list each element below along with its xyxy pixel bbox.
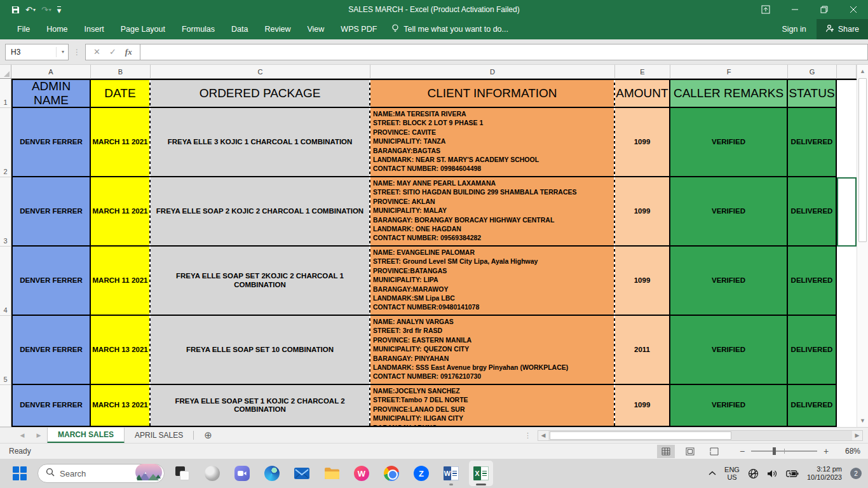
insert-function-icon[interactable]: fx bbox=[125, 47, 132, 57]
sheet-tab-april-sales[interactable]: APRIL SALES bbox=[125, 428, 193, 444]
row-header-2[interactable]: 2 bbox=[0, 108, 11, 177]
header-cell-package[interactable]: ORDERED PACKAGE bbox=[151, 79, 370, 108]
vertical-scrollbar[interactable]: ▲ ▼ bbox=[857, 65, 868, 427]
cell-client-r6[interactable]: NAME:JOCELYN SANCHEZ STREET:Tambo 7 DEL … bbox=[370, 385, 615, 427]
row-header-1[interactable]: 1 bbox=[0, 79, 11, 108]
column-header-c[interactable]: C bbox=[151, 65, 370, 79]
sheet-tab-march-sales[interactable]: MARCH SALES bbox=[47, 428, 125, 444]
cell-client-r5[interactable]: NAME: ANALYN VARGAS STREET: 3rd flr RASD… bbox=[370, 316, 615, 385]
column-header-h[interactable] bbox=[837, 65, 857, 79]
minimize-button[interactable] bbox=[780, 0, 810, 19]
word-icon[interactable]: W bbox=[439, 461, 463, 486]
normal-view-icon[interactable] bbox=[657, 445, 675, 458]
cell-amount-r5[interactable]: 2011 bbox=[615, 316, 670, 385]
clock[interactable]: 3:12 pm 10/10/2023 bbox=[807, 465, 842, 482]
customize-toolbar-icon[interactable]: ▾ bbox=[57, 6, 62, 13]
file-explorer-icon[interactable] bbox=[320, 461, 344, 486]
cell-amount-r2[interactable]: 1099 bbox=[615, 108, 670, 177]
network-globe-icon[interactable] bbox=[748, 468, 759, 479]
cell-date-r4[interactable]: MARCH 11 2021 bbox=[91, 247, 151, 316]
vertical-scrollbar-thumb[interactable] bbox=[858, 78, 867, 242]
cell-h1[interactable] bbox=[837, 79, 857, 108]
cell-package-r2[interactable]: FREYA ELLE 3 KOJIC 1 CHARCOAL 1 COMBINAT… bbox=[151, 108, 370, 177]
cell-amount-r6[interactable]: 1099 bbox=[615, 385, 670, 427]
column-header-a[interactable]: A bbox=[11, 65, 91, 79]
sheet-nav-right-icon[interactable]: ▶ bbox=[31, 432, 47, 438]
search-box[interactable]: Search bbox=[37, 464, 165, 483]
selected-cell-h3[interactable] bbox=[837, 177, 857, 247]
language-indicator[interactable]: ENG US bbox=[724, 466, 740, 481]
cell-admin-r3[interactable]: DENVER FERRER bbox=[11, 177, 91, 247]
scroll-up-icon[interactable]: ▲ bbox=[857, 65, 868, 78]
cell-h2[interactable] bbox=[837, 108, 857, 177]
sheet-nav-left-icon[interactable]: ◀ bbox=[14, 432, 31, 438]
cell-date-r6[interactable]: MARCH 13 2021 bbox=[91, 385, 151, 427]
cell-amount-r4[interactable]: 1099 bbox=[615, 247, 670, 316]
ribbon-tab-formulas[interactable]: Formulas bbox=[173, 19, 223, 39]
page-break-preview-icon[interactable] bbox=[705, 445, 723, 458]
scroll-right-icon[interactable]: ▶ bbox=[852, 431, 862, 440]
close-button[interactable] bbox=[839, 0, 868, 19]
widgets-icon[interactable] bbox=[200, 461, 224, 486]
cell-admin-r6[interactable]: DENVER FERRER bbox=[11, 385, 91, 427]
share-button[interactable]: Share bbox=[817, 19, 868, 39]
chat-icon[interactable] bbox=[230, 461, 254, 486]
zoom-slider[interactable] bbox=[751, 451, 817, 452]
undo-icon[interactable]: ↶▾ bbox=[25, 5, 36, 15]
ribbon-tab-data[interactable]: Data bbox=[223, 19, 256, 39]
select-all-corner[interactable] bbox=[0, 65, 11, 79]
restore-button[interactable] bbox=[810, 0, 839, 19]
ribbon-tab-file[interactable]: File bbox=[9, 19, 38, 39]
search-highlight-image[interactable] bbox=[135, 464, 162, 483]
cell-status-r2[interactable]: DELIVERED bbox=[788, 108, 837, 177]
page-layout-view-icon[interactable] bbox=[681, 445, 699, 458]
cell-h5[interactable] bbox=[837, 316, 857, 385]
confirm-entry-icon[interactable]: ✓ bbox=[109, 47, 116, 57]
column-header-d[interactable]: D bbox=[370, 65, 615, 79]
header-cell-admin[interactable]: ADMIN NAME bbox=[11, 79, 91, 108]
cell-amount-r3[interactable]: 1099 bbox=[615, 177, 670, 247]
ribbon-display-options-icon[interactable] bbox=[751, 0, 780, 19]
ribbon-tab-review[interactable]: Review bbox=[256, 19, 299, 39]
excel-icon[interactable]: X bbox=[469, 461, 493, 486]
header-cell-status[interactable]: STATUS bbox=[788, 79, 837, 108]
ribbon-tab-insert[interactable]: Insert bbox=[76, 19, 112, 39]
name-box-dropdown-icon[interactable]: ▾ bbox=[56, 47, 68, 57]
cell-client-r2[interactable]: NAME:MA TERESITA RIVERA STREET: BLOCK 2 … bbox=[370, 108, 615, 177]
zalo-icon[interactable]: Z bbox=[409, 461, 433, 486]
scroll-down-icon[interactable]: ▼ bbox=[857, 414, 868, 427]
header-cell-remarks[interactable]: CALLER REMARKS bbox=[670, 79, 788, 108]
cell-status-r4[interactable]: DELIVERED bbox=[788, 247, 837, 316]
column-header-g[interactable]: G bbox=[788, 65, 837, 79]
cell-package-r6[interactable]: FREYA ELLE SOAP SET 1 KOJIC 2 CHARCOAL 2… bbox=[151, 385, 370, 427]
name-box[interactable]: H3 ▾ bbox=[5, 44, 69, 60]
header-cell-date[interactable]: DATE bbox=[91, 79, 151, 108]
cell-remarks-r5[interactable]: VERIFIED bbox=[670, 316, 788, 385]
cell-package-r5[interactable]: FREYA ELLE SOAP SET 10 COMBINATION bbox=[151, 316, 370, 385]
formula-input[interactable] bbox=[140, 44, 868, 60]
cell-client-r3[interactable]: NAME: MAY ANNE PEARL LAXAMANA STREET: SI… bbox=[370, 177, 615, 247]
cell-remarks-r4[interactable]: VERIFIED bbox=[670, 247, 788, 316]
cell-date-r3[interactable]: MARCH 11 2021 bbox=[91, 177, 151, 247]
cell-date-r2[interactable]: MARCH 11 2021 bbox=[91, 108, 151, 177]
ribbon-tab-home[interactable]: Home bbox=[38, 19, 76, 39]
cell-date-r5[interactable]: MARCH 13 2021 bbox=[91, 316, 151, 385]
row-header-3[interactable]: 3 bbox=[0, 177, 11, 247]
cell-remarks-r2[interactable]: VERIFIED bbox=[670, 108, 788, 177]
row-header-5[interactable]: 5 bbox=[0, 316, 11, 385]
cancel-entry-icon[interactable]: ✕ bbox=[93, 47, 100, 57]
ribbon-tab-page-layout[interactable]: Page Layout bbox=[112, 19, 173, 39]
cell-h6[interactable] bbox=[837, 385, 857, 427]
cell-admin-r2[interactable]: DENVER FERRER bbox=[11, 108, 91, 177]
column-header-b[interactable]: B bbox=[91, 65, 151, 79]
column-header-f[interactable]: F bbox=[670, 65, 788, 79]
scroll-left-icon[interactable]: ◀ bbox=[538, 431, 548, 440]
cell-client-r4[interactable]: NAME: EVANGELINE PALOMAR STREET: Ground … bbox=[370, 247, 615, 316]
notification-count-badge[interactable]: 2 bbox=[850, 468, 862, 479]
zoom-in-icon[interactable]: + bbox=[822, 446, 830, 456]
tray-chevron-icon[interactable] bbox=[709, 471, 716, 476]
mail-icon[interactable] bbox=[290, 461, 314, 486]
row-header-4[interactable]: 4 bbox=[0, 247, 11, 316]
horizontal-scrollbar-thumb[interactable] bbox=[550, 431, 731, 440]
sign-in-button[interactable]: Sign in bbox=[782, 25, 806, 34]
